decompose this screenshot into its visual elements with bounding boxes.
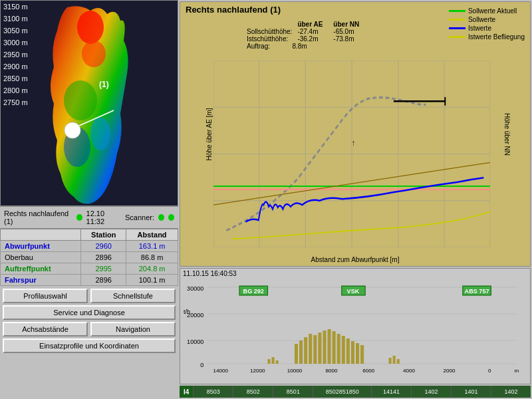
svg-text:12000: 12000: [250, 368, 265, 374]
svg-rect-71: [299, 340, 303, 364]
schnellstufe-button[interactable]: Schnellstufe: [90, 289, 176, 303]
col-header-name: [1, 229, 81, 241]
legend-label-3: Istwerte: [468, 25, 491, 32]
histogram-title: 11.10.15 16:40:53: [180, 269, 530, 279]
station-box-1: 8503: [193, 386, 233, 398]
legend-line-3: [449, 27, 466, 29]
legend-line-4: [449, 36, 466, 38]
sollschuett-nn: -65.0m: [328, 28, 364, 35]
svg-text:BG 292: BG 292: [243, 288, 264, 295]
svg-rect-79: [337, 334, 340, 364]
svg-text:0: 0: [200, 362, 203, 368]
svg-point-4: [90, 117, 110, 150]
svg-text:10000: 10000: [187, 338, 203, 345]
station-box-4: 8502851850: [313, 386, 371, 398]
svg-rect-74: [313, 335, 317, 364]
legend-item-1: Sollwerte Aktuell: [449, 7, 525, 15]
gps-dot-1: [76, 214, 82, 221]
row-label-auftreff: Auftreffpunkt: [1, 263, 81, 275]
station-box-5: 14141: [371, 386, 411, 398]
scanner-dot-2: [168, 214, 174, 221]
svg-text:t/h: t/h: [184, 309, 190, 315]
row-label-fahrspur: Fahrspur: [1, 275, 81, 286]
scanner-dot-1: [158, 214, 164, 221]
table-row: Abwurfpunkt 2960 163.1 m: [1, 241, 178, 252]
main-container: 3150 m 3100 m 3050 m 3000 m 2950 m 2900 …: [0, 0, 532, 399]
station-box-7: 1401: [451, 386, 491, 398]
histogram-area: 11.10.15 16:40:53 292 259 30000 20000 1: [180, 268, 531, 384]
topo-map-svg: (1): [27, 1, 154, 206]
svg-rect-75: [318, 332, 321, 364]
achsabstaende-button[interactable]: Achsabstände: [3, 322, 88, 336]
svg-rect-87: [276, 360, 279, 364]
row-abstand-abwurf: 163.1 m: [126, 241, 178, 252]
auftrag-label: Auftrag:: [247, 43, 292, 50]
svg-text:6000: 6000: [362, 368, 375, 374]
svg-text:ABS 757: ABS 757: [465, 288, 489, 295]
istschuett-nn: -73.8m: [328, 35, 364, 43]
header-ae: über AE: [292, 21, 328, 28]
sollschuett-ae: -27.4m: [292, 28, 328, 35]
svg-rect-84: [360, 345, 364, 364]
scanner-label: Scanner:: [125, 213, 154, 221]
histogram-svg: 30000 20000 10000 0 t/h 14000 12000 1000…: [180, 281, 530, 374]
station-box-8: 1402: [491, 386, 531, 398]
svg-rect-70: [295, 344, 298, 364]
service-diagnose-button[interactable]: Service und Diagnose: [3, 305, 176, 320]
svg-text:(1): (1): [99, 80, 109, 89]
legend-line-2: [449, 19, 466, 21]
svg-text:m: m: [514, 368, 519, 374]
i4-bar: I4 8503 8502 8501 8502851850 14141 1402 …: [180, 386, 531, 398]
profilauswahl-button[interactable]: Profilauswahl: [3, 289, 88, 303]
row-abstand-auftreff: 204.8 m: [126, 263, 178, 275]
navigation-button[interactable]: Navigation: [90, 322, 176, 336]
istschuett-ae: -36.2m: [292, 35, 328, 43]
row-station-fahrspur: 2896: [81, 275, 126, 286]
row-station-auftreff: 2995: [81, 263, 126, 275]
main-chart-svg: 40 20 0 -20 -40 2 -18 -38 -58 -78 60 40 …: [213, 61, 490, 247]
main-chart-area: Rechts nachlaufend (1) über AE über NN S…: [180, 1, 531, 267]
buttons-area: Profilauswahl Schnellstufe Service und D…: [0, 286, 178, 356]
row-station-abwurf: 2960: [81, 241, 126, 252]
svg-text:↑: ↑: [352, 138, 355, 147]
einsatzprofile-button[interactable]: Einsatzprofile und Koordinaten: [3, 338, 176, 353]
legend-item-2: Sollwerte: [449, 16, 525, 23]
station-box-6: 1402: [411, 386, 451, 398]
btn-row-1: Profilauswahl Schnellstufe: [3, 289, 176, 303]
svg-text:4000: 4000: [403, 368, 416, 374]
right-panel: Rechts nachlaufend (1) über AE über NN S…: [178, 0, 532, 399]
svg-rect-80: [342, 336, 345, 364]
map-area: 3150 m 3100 m 3050 m 3000 m 2950 m 2900 …: [0, 0, 178, 206]
svg-text:2000: 2000: [444, 368, 456, 374]
header-nn: über NN: [328, 21, 364, 28]
legend-line-1: [449, 10, 466, 12]
legend-label-2: Sollwerte: [468, 16, 495, 23]
svg-text:VSK: VSK: [347, 288, 360, 295]
row-abstand-fahrspur: 100.1 m: [126, 275, 178, 286]
svg-rect-78: [332, 331, 336, 364]
station-box-3: 8501: [273, 386, 313, 398]
svg-rect-72: [304, 337, 307, 364]
svg-rect-76: [323, 331, 326, 364]
btn-row-2: Achsabstände Navigation: [3, 322, 176, 336]
svg-text:10000: 10000: [287, 368, 303, 374]
svg-rect-85: [268, 359, 271, 364]
svg-text:30000: 30000: [187, 285, 203, 292]
svg-rect-86: [272, 357, 275, 364]
legend-item-3: Istwerte: [449, 25, 525, 32]
svg-rect-83: [356, 343, 359, 364]
svg-point-3: [64, 80, 97, 120]
i4-label: I4: [180, 386, 193, 398]
table-row: Auftreffpunkt 2995 204.8 m: [1, 263, 178, 275]
legend-label-1: Sollwerte Aktuell: [468, 7, 517, 15]
row-station-oberbau: 2896: [81, 252, 126, 263]
map-scale: 3150 m 3100 m 3050 m 3000 m 2950 m 2900 …: [3, 1, 28, 109]
svg-rect-89: [393, 356, 396, 364]
svg-point-2: [82, 41, 106, 67]
chart-info-box: über AE über NN Sollschütthöhe: -27.4m -…: [247, 21, 364, 50]
legend-label-4: Istwerte Befliegung: [468, 33, 525, 41]
svg-rect-73: [309, 334, 312, 364]
gps-bar: Rechts nachlaufend (1) 12.10 11:32 Scann…: [0, 206, 178, 229]
table-row: Fahrspur 2896 100.1 m: [1, 275, 178, 286]
svg-rect-77: [328, 329, 331, 364]
